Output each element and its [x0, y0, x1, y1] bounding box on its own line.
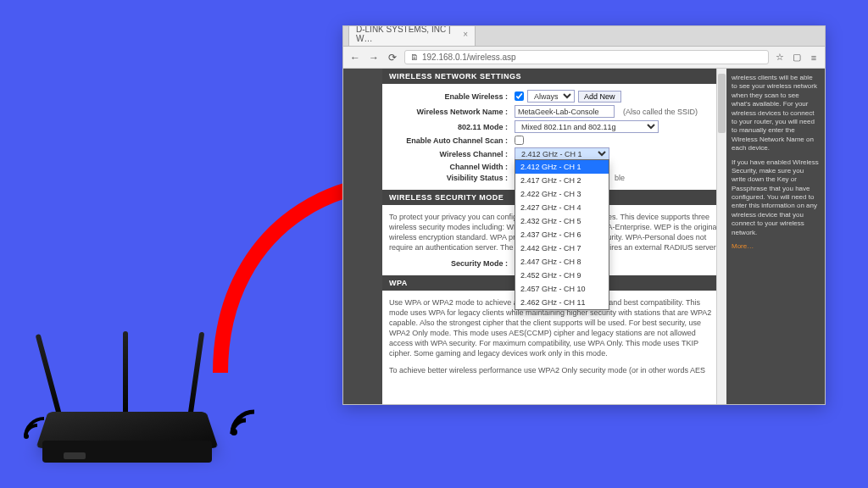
page-content: WIRELESS NETWORK SETTINGS Enable Wireles… [343, 69, 825, 404]
page-icon: 🗎 [410, 53, 419, 62]
wifi-icon [227, 405, 261, 439]
menu-icon[interactable]: ≡ [808, 53, 820, 63]
channel-option[interactable]: 2.452 GHz - CH 9 [515, 269, 609, 282]
channel-option[interactable]: 2.422 GHz - CH 3 [515, 187, 609, 201]
svg-point-1 [231, 429, 237, 435]
tab-bar: D-LINK SYSTEMS, INC | W… × [343, 26, 825, 47]
bookmark-icon[interactable]: ☆ [774, 52, 786, 63]
visibility-fragment: ble [615, 174, 625, 182]
address-bar: ← → ⟳ 🗎 192.168.0.1/wireless.asp ☆ ▢ ≡ [343, 47, 825, 69]
url-text: 192.168.0.1/wireless.asp [422, 53, 516, 62]
enable-wireless-label: Enable Wireless : [389, 92, 508, 101]
scroll-thumb[interactable] [718, 74, 726, 133]
wifi-icon [21, 414, 48, 441]
schedule-select[interactable]: Always [527, 90, 575, 103]
left-gutter [343, 69, 382, 404]
tab-title: D-LINK SYSTEMS, INC | W… [356, 25, 459, 43]
router-face [42, 441, 212, 463]
section-header-settings: WIRELESS NETWORK SETTINGS [382, 69, 726, 84]
channel-option[interactable]: 2.432 GHz - CH 5 [515, 214, 609, 228]
enable-wireless-checkbox[interactable] [515, 92, 524, 101]
browser-tab[interactable]: D-LINK SYSTEMS, INC | W… × [348, 25, 476, 46]
auto-scan-checkbox[interactable] [515, 136, 524, 145]
wireless-channel-select[interactable]: 2.412 GHz - CH 1 [515, 147, 609, 160]
security-mode-label: Security Mode : [389, 259, 508, 268]
help-text-1: wireless clients will be able to see you… [732, 74, 820, 153]
back-button[interactable]: ← [348, 52, 362, 64]
url-field[interactable]: 🗎 192.168.0.1/wireless.asp [404, 50, 769, 64]
channel-option[interactable]: 2.412 GHz - CH 1 [515, 160, 609, 174]
width-label: Channel Width : [389, 163, 508, 171]
scrollbar[interactable] [716, 69, 726, 404]
channel-option[interactable]: 2.457 GHz - CH 10 [515, 282, 609, 296]
channel-option[interactable]: 2.462 GHz - CH 11 [515, 296, 609, 309]
antenna-icon [123, 331, 128, 424]
more-link[interactable]: More… [732, 242, 754, 250]
network-name-input[interactable] [515, 105, 615, 118]
channel-label: Wireless Channel : [389, 150, 508, 158]
mode-select[interactable]: Mixed 802.11n and 802.11g [515, 120, 659, 133]
svg-point-0 [24, 434, 29, 439]
wireless-settings-form: Enable Wireless : Always Add New Wireles… [382, 84, 726, 190]
close-icon[interactable]: × [463, 30, 468, 39]
antenna-icon [186, 332, 204, 425]
network-name-label: Wireless Network Name : [389, 108, 508, 116]
channel-option[interactable]: 2.437 GHz - CH 6 [515, 228, 609, 241]
auto-scan-label: Enable Auto Channel Scan : [389, 136, 508, 145]
mode-label: 802.11 Mode : [389, 123, 508, 131]
channel-option[interactable]: 2.447 GHz - CH 8 [515, 255, 609, 269]
channel-option[interactable]: 2.442 GHz - CH 7 [515, 241, 609, 255]
forward-button[interactable]: → [367, 52, 381, 64]
help-text-2: If you have enabled Wireless Security, m… [732, 158, 820, 238]
add-new-button[interactable]: Add New [578, 91, 621, 103]
router-port [64, 452, 86, 459]
reload-button[interactable]: ⟳ [386, 52, 399, 64]
browser-window: D-LINK SYSTEMS, INC | W… × ← → ⟳ 🗎 192.1… [342, 25, 826, 405]
channel-dropdown[interactable]: 2.412 GHz - CH 12.417 GHz - CH 22.422 GH… [515, 159, 609, 310]
channel-option[interactable]: 2.417 GHz - CH 2 [515, 174, 609, 187]
cast-icon[interactable]: ▢ [791, 52, 803, 63]
main-column: WIRELESS NETWORK SETTINGS Enable Wireles… [382, 69, 726, 404]
visibility-label: Visibility Status : [389, 174, 508, 182]
router-illustration [17, 344, 254, 471]
channel-option[interactable]: 2.427 GHz - CH 4 [515, 201, 609, 214]
wpa-description-2: To achieve better wireless performance u… [389, 362, 720, 379]
help-sidebar: wireless clients will be able to see you… [726, 69, 825, 404]
ssid-hint: (Also called the SSID) [623, 108, 698, 116]
